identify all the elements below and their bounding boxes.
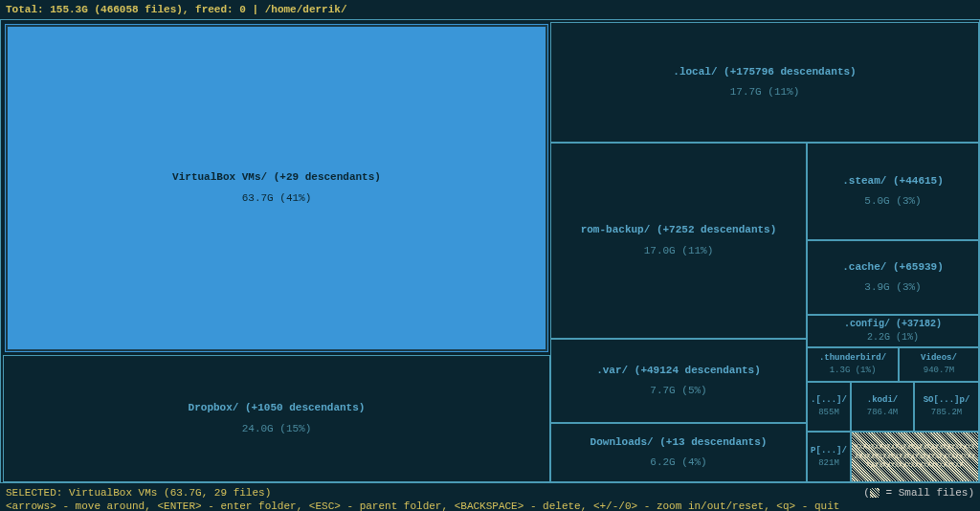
cell-rom-backup[interactable]: rom-backup/ (+7252 descendants) 17.0G (1…	[550, 143, 807, 339]
small-files-legend: ( = Small files)	[863, 486, 974, 500]
cell-title: SO[...]p/	[924, 394, 970, 407]
cell-size: 3.9G (3%)	[864, 280, 921, 295]
cell-title: .cache/ (+65939)	[842, 260, 944, 275]
footer-bar: SELECTED: VirtualBox VMs (63.7G, 29 file…	[0, 483, 980, 511]
cell-title: VirtualBox VMs/ (+29 descendants)	[172, 170, 381, 185]
cell-title: Downloads/ (+13 descendants)	[590, 435, 768, 450]
cell-kodi[interactable]: .kodi/ 786.4M	[851, 382, 914, 432]
cell-title: .kodi/	[867, 394, 898, 407]
status-header: Total: 155.3G (466058 files), freed: 0 |…	[0, 0, 980, 19]
cell-title: Videos/	[921, 352, 957, 365]
cell-size: 17.7G (11%)	[730, 85, 800, 100]
cell-local[interactable]: .local/ (+175796 descendants) 17.7G (11%…	[550, 22, 979, 143]
cell-title: .[...]/	[811, 394, 847, 407]
cell-p[interactable]: P[...]/ 821M	[807, 432, 851, 482]
cell-title: rom-backup/ (+7252 descendants)	[581, 223, 777, 237]
cell-size: 17.0G (11%)	[644, 244, 714, 258]
cell-thunderbird[interactable]: .thunderbird/ 1.3G (1%)	[807, 347, 899, 382]
cell-size: 2.2G (1%)	[867, 331, 919, 344]
cell-size: 855M	[818, 407, 839, 419]
cell-size: 821M	[818, 457, 839, 470]
cell-size: 785.2M	[931, 407, 962, 419]
total-size: 155.3G	[50, 4, 88, 15]
cell-var[interactable]: .var/ (+49124 descendants) 7.7G (5%)	[550, 339, 807, 423]
cell-size: 24.0G (15%)	[242, 422, 312, 436]
selected-info: SELECTED: VirtualBox VMs (63.7G, 29 file…	[6, 486, 974, 500]
cell-title: .config/ (+37182)	[844, 318, 942, 331]
cell-size: 5.0G (3%)	[864, 194, 921, 209]
cell-so[interactable]: SO[...]p/ 785.2M	[914, 382, 979, 432]
cell-downloads[interactable]: Downloads/ (+13 descendants) 6.2G (4%)	[550, 423, 807, 482]
small-files-icon	[870, 488, 880, 498]
cell-size: 63.7G (41%)	[242, 191, 312, 206]
cell-title: .thunderbird/	[819, 352, 886, 365]
treemap-container[interactable]: VirtualBox VMs/ (+29 descendants) 63.7G …	[0, 19, 980, 483]
small-files-pattern: XXXXXXXXXXXXXXXXXXXXXXXXXXXXXXXXXXXXXXXX…	[853, 443, 977, 471]
freed-label: freed:	[195, 4, 234, 15]
cell-steam[interactable]: .steam/ (+44615) 5.0G (3%)	[807, 143, 979, 240]
keyboard-help: <arrows> - move around, <ENTER> - enter …	[6, 500, 974, 511]
total-files: (466058 files)	[94, 4, 182, 15]
cell-title: P[...]/	[811, 445, 847, 457]
cell-size: 1.3G (1%)	[830, 365, 877, 377]
cell-size: 786.4M	[867, 407, 898, 419]
freed-value: 0	[239, 4, 246, 15]
cell-title: .local/ (+175796 descendants)	[673, 65, 856, 79]
cell-size: 940.7M	[924, 365, 954, 377]
cell-virtualbox-vms[interactable]: VirtualBox VMs/ (+29 descendants) 63.7G …	[5, 24, 548, 352]
cell-config[interactable]: .config/ (+37182) 2.2G (1%)	[807, 315, 979, 347]
cell-dropbox[interactable]: Dropbox/ (+1050 descendants) 24.0G (15%)	[3, 355, 550, 482]
cell-dots[interactable]: .[...]/ 855M	[807, 382, 851, 432]
cell-videos[interactable]: Videos/ 940.7M	[899, 347, 979, 382]
cell-size: 6.2G (4%)	[650, 455, 706, 470]
cell-title: .steam/ (+44615)	[842, 174, 944, 189]
cell-cache[interactable]: .cache/ (+65939) 3.9G (3%)	[807, 240, 979, 315]
current-path: /home/derrik/	[265, 4, 347, 15]
cell-title: Dropbox/ (+1050 descendants)	[189, 401, 366, 415]
cell-title: .var/ (+49124 descendants)	[596, 364, 761, 378]
cell-size: 7.7G (5%)	[650, 384, 706, 398]
cell-small-files[interactable]: XXXXXXXXXXXXXXXXXXXXXXXXXXXXXXXXXXXXXXXX…	[851, 432, 979, 482]
total-label: Total:	[6, 4, 44, 15]
